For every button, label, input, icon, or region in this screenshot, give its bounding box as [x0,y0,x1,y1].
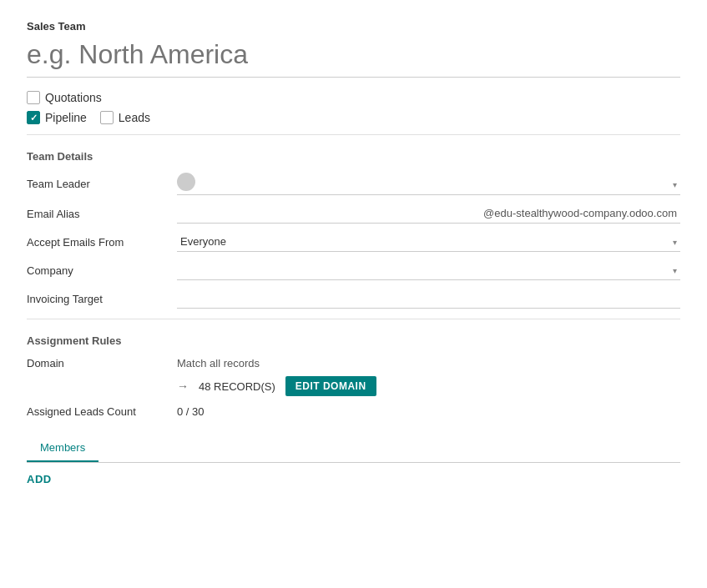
pipeline-checkbox-item[interactable]: Pipeline [27,111,87,124]
assigned-leads-label: Assigned Leads Count [27,405,177,418]
email-alias-domain: @edu-stealthywood-company.odoo.com [480,204,680,223]
domain-label: Domain [27,357,177,369]
edit-domain-button[interactable]: EDIT DOMAIN [285,376,376,396]
chevron-down-icon: ▾ [673,266,677,275]
domain-value: Match all records → 48 RECORD(S) EDIT DO… [177,357,680,396]
records-count-link[interactable]: 48 RECORD(S) [199,380,275,393]
quotations-checkbox-item[interactable]: Quotations [27,91,102,104]
quotations-label: Quotations [45,91,102,104]
pipeline-label: Pipeline [45,111,87,124]
email-alias-prefix-input[interactable] [177,204,480,223]
invoicing-target-input[interactable] [177,289,680,309]
tab-members[interactable]: Members [27,435,98,462]
accept-emails-select-wrapper: Everyone Authenticated Users Followers O… [177,232,680,252]
company-input[interactable] [177,260,680,280]
team-details-title: Team Details [27,150,680,163]
company-label: Company [27,264,177,277]
chevron-down-icon: ▾ [673,179,677,188]
domain-text: Match all records [177,357,680,369]
add-button[interactable]: ADD [27,463,52,495]
avatar [177,173,195,191]
team-leader-input[interactable] [199,176,680,188]
leads-checkbox-item[interactable]: Leads [100,111,150,124]
team-name-input[interactable] [27,36,680,78]
tabs-row: Members [27,435,680,463]
quotations-checkbox[interactable] [27,91,40,104]
sales-team-label: Sales Team [27,20,680,33]
arrow-right-icon: → [177,379,189,393]
team-leader-input-wrap: ▾ [177,173,680,195]
accept-emails-select[interactable]: Everyone Authenticated Users Followers O… [177,232,680,252]
email-alias-row: @edu-stealthywood-company.odoo.com [177,204,680,224]
email-alias-label: Email Alias [27,208,177,220]
accept-emails-label: Accept Emails From [27,236,177,249]
pipeline-checkbox[interactable] [27,111,40,124]
leads-checkbox[interactable] [100,111,114,124]
invoicing-target-label: Invoicing Target [27,293,177,305]
assigned-leads-value: 0 / 30 [177,405,205,418]
assignment-rules-title: Assignment Rules [27,334,680,347]
leads-label: Leads [119,111,150,124]
team-leader-label: Team Leader [27,178,177,190]
